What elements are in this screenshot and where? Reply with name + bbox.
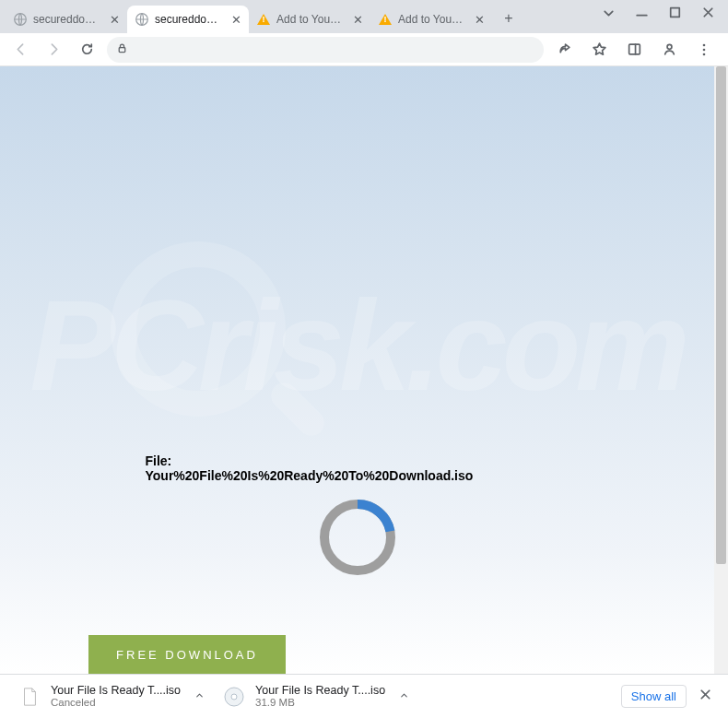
maximize-button[interactable] <box>667 5 680 24</box>
warning-icon <box>256 12 271 27</box>
close-icon[interactable]: ✕ <box>472 12 487 27</box>
tab-label: Add to Your Brows <box>398 13 466 26</box>
page-content: PCrisk.com File: Your%20File%20Is%20Read… <box>0 66 714 674</box>
tab-4[interactable]: Add to Your Brows ✕ <box>370 6 492 33</box>
tabstrip: secureddownload ✕ secureddownload ✕ Add … <box>0 0 522 33</box>
chevron-up-icon[interactable] <box>399 690 409 702</box>
warning-icon <box>378 12 393 27</box>
bookmark-icon[interactable] <box>586 37 612 63</box>
close-shelf-button[interactable] <box>694 683 717 710</box>
globe-icon <box>13 12 28 27</box>
free-download-button[interactable]: FREE DOWNLOAD <box>88 635 286 674</box>
file-label: File: <box>146 453 569 468</box>
back-button[interactable] <box>7 37 33 63</box>
progress-spinner <box>318 498 397 577</box>
file-name: Your%20File%20Is%20Ready%20To%20Download… <box>146 468 569 483</box>
watermark-text: PCrisk.com <box>29 271 684 420</box>
svg-point-5 <box>667 44 672 49</box>
tab-2[interactable]: secureddownload ✕ <box>127 6 249 33</box>
side-panel-icon[interactable] <box>621 37 647 63</box>
tab-label: secureddownload <box>33 13 101 26</box>
show-all-button[interactable]: Show all <box>621 685 687 708</box>
new-tab-button[interactable]: + <box>496 6 522 31</box>
download-item[interactable]: Your File Is Ready T....iso 31.9 MB <box>216 679 408 714</box>
reload-button[interactable] <box>74 37 100 63</box>
window-controls <box>586 0 728 28</box>
window-close-button[interactable] <box>700 5 713 24</box>
tab-1[interactable]: secureddownload ✕ <box>6 6 127 33</box>
minimize-button[interactable] <box>634 5 647 24</box>
address-bar[interactable] <box>107 37 544 63</box>
scrollbar-thumb[interactable] <box>716 66 726 564</box>
close-icon[interactable]: ✕ <box>350 12 365 27</box>
toolbar <box>0 33 728 66</box>
close-icon[interactable]: ✕ <box>107 12 122 27</box>
download-item[interactable]: Your File Is Ready T....iso Canceled <box>11 679 204 714</box>
titlebar: secureddownload ✕ secureddownload ✕ Add … <box>0 0 728 33</box>
svg-point-8 <box>703 53 706 55</box>
forward-button[interactable] <box>41 37 66 63</box>
share-icon[interactable] <box>551 37 577 63</box>
download-subtitle: 31.9 MB <box>255 697 385 709</box>
toolbar-right <box>551 37 721 63</box>
close-icon[interactable]: ✕ <box>229 12 243 27</box>
download-shelf: Your File Is Ready T....iso Canceled You… <box>0 674 728 718</box>
viewport: PCrisk.com File: Your%20File%20Is%20Read… <box>0 66 728 674</box>
svg-rect-2 <box>671 7 680 17</box>
disc-icon <box>222 685 246 709</box>
svg-point-6 <box>703 43 706 46</box>
file-info: File: Your%20File%20Is%20Ready%20To%20Do… <box>146 453 569 483</box>
svg-point-7 <box>703 48 706 51</box>
profile-icon[interactable] <box>656 37 682 63</box>
file-icon <box>18 685 41 709</box>
svg-rect-4 <box>628 44 640 54</box>
download-title: Your File Is Ready T....iso <box>255 684 385 697</box>
menu-icon[interactable] <box>691 37 717 63</box>
watermark-glass-icon <box>111 241 286 417</box>
scrollbar[interactable] <box>714 66 728 674</box>
globe-icon <box>135 12 149 27</box>
svg-rect-3 <box>119 47 125 52</box>
lock-icon <box>116 42 128 57</box>
tab-label: Add to Your Brows <box>276 13 345 26</box>
tab-3[interactable]: Add to Your Brows ✕ <box>249 6 370 33</box>
download-subtitle: Canceled <box>51 697 181 709</box>
chevron-up-icon[interactable] <box>194 690 205 702</box>
tab-label: secureddownload <box>155 13 223 26</box>
svg-point-12 <box>231 694 237 700</box>
download-title: Your File Is Ready T....iso <box>51 684 181 697</box>
tab-search-button[interactable] <box>601 6 614 23</box>
